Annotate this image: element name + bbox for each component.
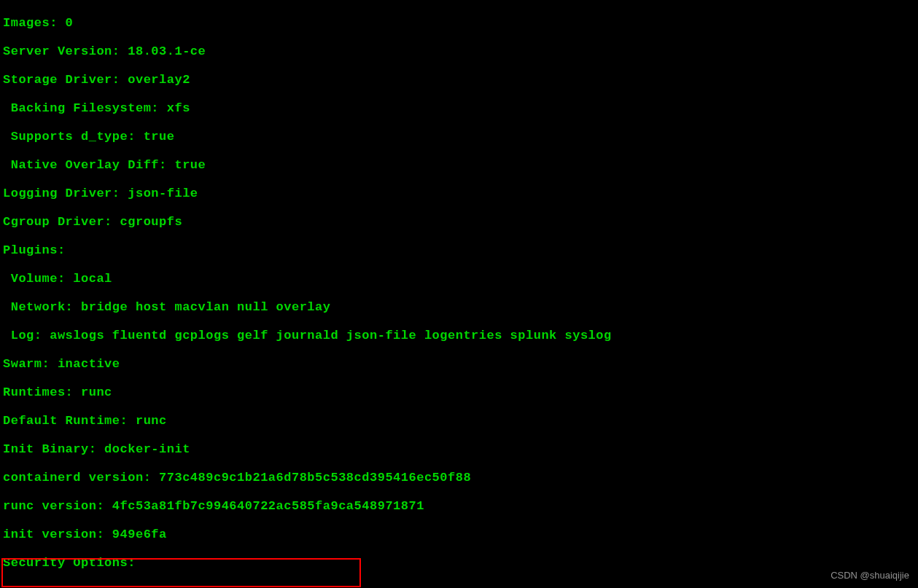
terminal-line: Volume: local: [3, 272, 915, 286]
terminal-line: Backing Filesystem: xfs: [3, 101, 915, 116]
terminal-line: Network: bridge host macvlan null overla…: [3, 300, 915, 315]
terminal-line: Supports d_type: true: [3, 130, 915, 144]
csdn-watermark: CSDN @shuaiqijie: [831, 568, 909, 583]
terminal-line: Images: 0: [3, 16, 915, 31]
terminal-line: init version: 949e6fa: [3, 528, 915, 542]
terminal-line: runc version: 4fc53a81fb7c994640722ac585…: [3, 499, 915, 514]
terminal-output[interactable]: Images: 0 Server Version: 18.03.1-ce Sto…: [3, 1, 915, 588]
terminal-line: Logging Driver: json-file: [3, 187, 915, 201]
terminal-line: Default Runtime: runc: [3, 414, 915, 428]
terminal-line: Security Options:: [3, 556, 915, 571]
terminal-line: Storage Driver: overlay2: [3, 73, 915, 87]
terminal-line: Init Binary: docker-init: [3, 442, 915, 457]
terminal-line: Server Version: 18.03.1-ce: [3, 44, 915, 59]
terminal-line: seccomp: [3, 584, 915, 589]
terminal-line: containerd version: 773c489c9c1b21a6d78b…: [3, 471, 915, 485]
terminal-line: Cgroup Driver: cgroupfs: [3, 215, 915, 230]
terminal-line: Runtimes: runc: [3, 385, 915, 400]
terminal-line: Plugins:: [3, 243, 915, 258]
terminal-line: Swarm: inactive: [3, 357, 915, 372]
terminal-line: Log: awslogs fluentd gcplogs gelf journa…: [3, 329, 915, 343]
terminal-line: Native Overlay Diff: true: [3, 158, 915, 173]
